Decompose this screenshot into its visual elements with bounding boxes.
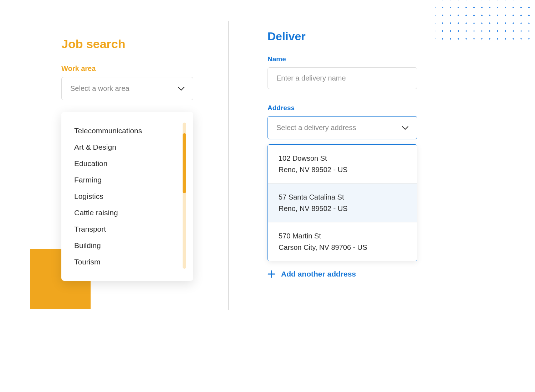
work-area-dropdown: Telecommunications Art & Design Educatio… [61,112,193,281]
job-search-title: Job search [61,37,193,51]
name-label: Name [268,55,417,63]
dropdown-option-art-design[interactable]: Art & Design [61,139,193,155]
dots-pattern [435,0,535,43]
address-dropdown: 102 Dowson St Reno, NV 89502 - US 57 San… [268,144,417,261]
work-area-select[interactable]: Select a work area [61,77,193,100]
address-label: Address [268,104,417,112]
scrollbar-thumb[interactable] [183,133,186,193]
dropdown-option-logistics[interactable]: Logistics [61,188,193,205]
job-search-panel: Job search Work area Select a work area … [61,37,193,100]
chevron-down-icon [178,86,184,92]
dropdown-option-transport[interactable]: Transport [61,221,193,237]
address-select[interactable]: Select a delivery address [268,116,417,139]
address-line2: Carson City, NV 89706 - US [279,242,406,253]
work-area-label: Work area [61,65,193,73]
scrollbar-track[interactable] [183,123,186,269]
dropdown-option-education[interactable]: Education [61,155,193,172]
dropdown-option-building[interactable]: Building [61,237,193,254]
dropdown-option-telecommunications[interactable]: Telecommunications [61,123,193,139]
address-line1: 102 Dowson St [279,153,406,164]
vertical-divider [228,21,229,310]
deliver-panel: Deliver Name Address Select a delivery a… [268,30,417,278]
dropdown-option-farming[interactable]: Farming [61,172,193,188]
add-address-button[interactable]: Add another address [268,270,417,278]
address-line1: 570 Martin St [279,230,406,242]
address-option-0[interactable]: 102 Dowson St Reno, NV 89502 - US [268,145,417,184]
address-line2: Reno, NV 89502 - US [279,203,406,214]
address-option-2[interactable]: 570 Martin St Carson City, NV 89706 - US [268,222,417,261]
address-section: Address Select a delivery address 102 Do… [268,104,417,278]
address-option-1[interactable]: 57 Santa Catalina St Reno, NV 89502 - US [268,184,417,222]
plus-icon [268,270,275,278]
delivery-name-input[interactable] [268,67,417,89]
address-placeholder: Select a delivery address [276,124,356,132]
chevron-down-icon [402,125,408,131]
dropdown-option-tourism[interactable]: Tourism [61,254,193,270]
address-line2: Reno, NV 89502 - US [279,164,406,175]
add-address-label: Add another address [281,270,356,278]
dropdown-option-cattle-raising[interactable]: Cattle raising [61,205,193,221]
work-area-placeholder: Select a work area [70,84,129,93]
deliver-title: Deliver [268,30,417,43]
address-line1: 57 Santa Catalina St [279,191,406,203]
